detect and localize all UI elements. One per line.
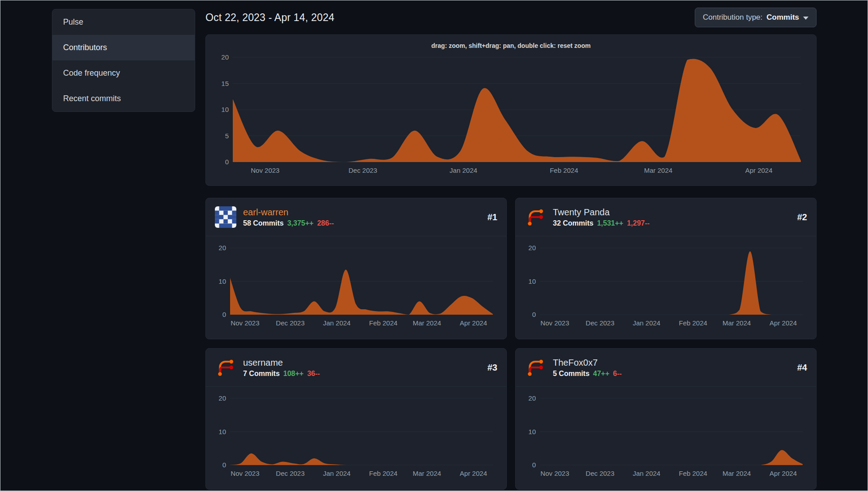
chevron-down-icon	[803, 17, 808, 20]
svg-text:Jan 2024: Jan 2024	[449, 167, 477, 174]
svg-text:0: 0	[532, 311, 536, 318]
contributor-card-header: username 7 Commits 108++ 36-- #3	[206, 349, 506, 387]
svg-text:10: 10	[218, 428, 226, 435]
svg-text:Mar 2024: Mar 2024	[723, 319, 751, 327]
contributor-name-link[interactable]: earl-warren	[243, 207, 334, 218]
svg-text:10: 10	[221, 106, 229, 113]
commit-count: 32 Commits	[553, 219, 594, 227]
forgejo-logo-icon[interactable]	[525, 357, 546, 378]
svg-text:15: 15	[221, 80, 229, 87]
contribution-type-dropdown[interactable]: Contribution type: Commits	[695, 8, 817, 27]
svg-text:10: 10	[528, 278, 536, 285]
svg-text:Jan 2024: Jan 2024	[323, 319, 351, 327]
svg-text:Dec 2023: Dec 2023	[586, 319, 614, 327]
svg-text:20: 20	[221, 53, 229, 61]
forgejo-logo-icon[interactable]	[525, 206, 546, 228]
svg-text:Dec 2023: Dec 2023	[276, 319, 304, 327]
contribution-type-value: Commits	[766, 13, 799, 22]
svg-text:0: 0	[532, 461, 536, 469]
sidebar-item-code-frequency[interactable]: Code frequency	[52, 60, 195, 86]
contributor-cards-grid: earl-warren 58 Commits 3,375++ 286-- #1 …	[205, 198, 817, 490]
deletions-count: 6--	[613, 370, 622, 378]
svg-text:10: 10	[218, 278, 226, 285]
svg-text:5: 5	[225, 132, 229, 140]
contributor-commits-chart[interactable]: 01020Nov 2023Dec 2023Jan 2024Feb 2024Mar…	[523, 393, 809, 480]
additions-count: 47++	[593, 370, 609, 378]
contributor-commits-chart[interactable]: 01020Nov 2023Dec 2023Jan 2024Feb 2024Mar…	[213, 393, 499, 480]
svg-text:Mar 2024: Mar 2024	[644, 167, 672, 174]
svg-text:Apr 2024: Apr 2024	[770, 470, 797, 477]
svg-text:Apr 2024: Apr 2024	[460, 319, 487, 327]
svg-text:Nov 2023: Nov 2023	[231, 470, 259, 477]
svg-text:Apr 2024: Apr 2024	[745, 167, 773, 174]
deletions-count: 36--	[307, 370, 320, 378]
svg-text:Jan 2024: Jan 2024	[633, 470, 660, 477]
svg-text:Apr 2024: Apr 2024	[460, 470, 487, 477]
svg-text:20: 20	[528, 394, 536, 402]
additions-count: 3,375++	[287, 219, 314, 227]
contributor-card: username 7 Commits 108++ 36-- #3 01020No…	[205, 348, 507, 490]
contributor-name-link[interactable]: username	[243, 358, 320, 368]
sidebar-item-recent-commits[interactable]: Recent commits	[52, 86, 195, 111]
main-chart-panel: drag: zoom, shift+drag: pan, double clic…	[205, 34, 817, 186]
svg-text:Dec 2023: Dec 2023	[276, 470, 304, 477]
svg-text:0: 0	[222, 461, 226, 469]
sidebar-item-contributors[interactable]: Contributors	[52, 35, 195, 60]
date-range-title: Oct 22, 2023 - Apr 14, 2024	[205, 12, 334, 24]
svg-text:Nov 2023: Nov 2023	[251, 167, 279, 174]
contributor-card: earl-warren 58 Commits 3,375++ 286-- #1 …	[205, 198, 507, 339]
contributor-commits-chart[interactable]: 01020Nov 2023Dec 2023Jan 2024Feb 2024Mar…	[523, 243, 809, 330]
contributor-commits-chart[interactable]: 01020Nov 2023Dec 2023Jan 2024Feb 2024Mar…	[213, 243, 499, 330]
svg-text:Dec 2023: Dec 2023	[348, 167, 377, 174]
contributor-card: Twenty Panda 32 Commits 1,531++ 1,297-- …	[515, 198, 817, 339]
contributor-card-header: TheFox0x7 5 Commits 47++ 6-- #4	[516, 349, 816, 387]
main-content: Oct 22, 2023 - Apr 14, 2024 Contribution…	[205, 7, 817, 491]
svg-text:Feb 2024: Feb 2024	[550, 167, 578, 174]
contribution-type-label: Contribution type:	[703, 13, 762, 22]
svg-text:Apr 2024: Apr 2024	[770, 319, 797, 327]
svg-text:Mar 2024: Mar 2024	[413, 319, 441, 327]
svg-text:Jan 2024: Jan 2024	[633, 319, 660, 327]
additions-count: 1,531++	[597, 219, 624, 227]
contributor-card-header: Twenty Panda 32 Commits 1,531++ 1,297-- …	[516, 198, 816, 236]
commit-count: 5 Commits	[553, 370, 590, 378]
svg-text:Feb 2024: Feb 2024	[369, 470, 398, 477]
svg-text:20: 20	[218, 244, 226, 252]
svg-text:20: 20	[528, 244, 536, 252]
svg-text:10: 10	[528, 428, 536, 435]
rank-badge: #2	[797, 212, 807, 222]
svg-text:Feb 2024: Feb 2024	[369, 319, 398, 327]
contributors-page: Pulse Contributors Code frequency Recent…	[0, 0, 868, 491]
contributor-name-link[interactable]: Twenty Panda	[553, 207, 650, 218]
rank-badge: #4	[797, 363, 807, 373]
commit-count: 7 Commits	[243, 370, 280, 378]
svg-text:0: 0	[222, 311, 226, 318]
rank-badge: #3	[487, 363, 497, 373]
svg-text:Jan 2024: Jan 2024	[323, 470, 351, 477]
additions-count: 108++	[283, 370, 304, 378]
svg-text:Nov 2023: Nov 2023	[231, 319, 259, 327]
svg-text:20: 20	[218, 394, 226, 402]
rank-badge: #1	[487, 212, 497, 222]
svg-text:Feb 2024: Feb 2024	[679, 319, 707, 327]
deletions-count: 1,297--	[627, 219, 650, 227]
svg-text:Nov 2023: Nov 2023	[540, 470, 569, 477]
contributor-card: TheFox0x7 5 Commits 47++ 6-- #4 01020Nov…	[515, 348, 817, 490]
svg-text:Feb 2024: Feb 2024	[679, 470, 707, 477]
commit-count: 58 Commits	[243, 219, 284, 227]
overall-commits-chart[interactable]: 05101520Nov 2023Dec 2023Jan 2024Feb 2024…	[214, 52, 809, 177]
page-header: Oct 22, 2023 - Apr 14, 2024 Contribution…	[205, 7, 817, 28]
forgejo-logo-icon[interactable]	[215, 357, 236, 378]
deletions-count: 286--	[317, 219, 334, 227]
identicon-avatar[interactable]	[215, 206, 236, 228]
svg-text:Nov 2023: Nov 2023	[540, 319, 569, 327]
sidebar-item-pulse[interactable]: Pulse	[52, 9, 195, 35]
svg-text:Dec 2023: Dec 2023	[586, 470, 614, 477]
contributor-card-header: earl-warren 58 Commits 3,375++ 286-- #1	[206, 198, 506, 236]
contributor-name-link[interactable]: TheFox0x7	[553, 358, 622, 368]
svg-text:0: 0	[225, 158, 229, 166]
activity-sidebar: Pulse Contributors Code frequency Recent…	[52, 9, 195, 112]
svg-text:Mar 2024: Mar 2024	[723, 470, 751, 477]
svg-text:Mar 2024: Mar 2024	[413, 470, 441, 477]
chart-zoom-hint: drag: zoom, shift+drag: pan, double clic…	[214, 42, 808, 49]
